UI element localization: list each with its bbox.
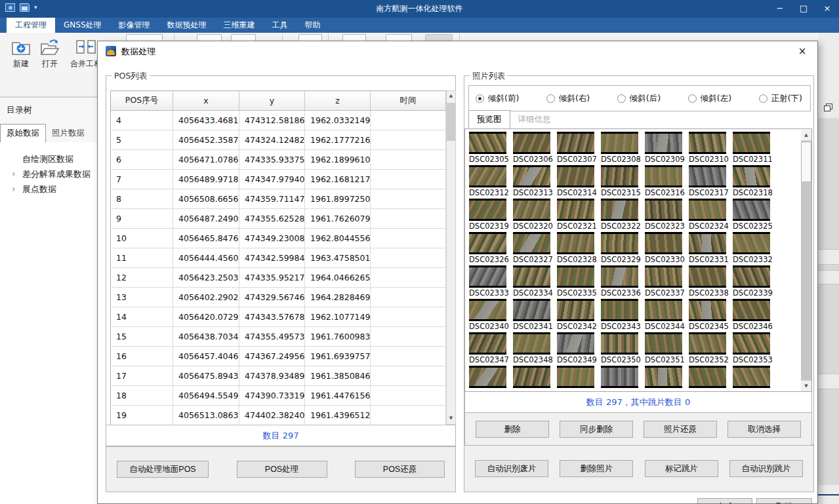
scroll-down-icon[interactable]: ▼	[801, 380, 811, 391]
photo-thumbnail[interactable]	[469, 299, 506, 321]
photo-item[interactable]: DSC02324	[689, 199, 733, 232]
pos-column-header[interactable]: 时间	[371, 91, 446, 111]
photo-thumbnail[interactable]	[557, 366, 594, 388]
photo-item[interactable]: DSC02350	[601, 332, 645, 366]
photo-item[interactable]: DSC02310	[689, 132, 733, 165]
photo-item[interactable]: DSC02325	[733, 199, 777, 232]
photo-thumbnail[interactable]	[601, 366, 638, 388]
photo-item[interactable]: DSC02317	[689, 165, 733, 199]
chevron-right-icon[interactable]: ›	[12, 182, 16, 197]
pos-column-header[interactable]: x	[173, 91, 239, 111]
photo-thumbnail[interactable]	[601, 299, 638, 321]
photo-item[interactable]: DSC02316	[645, 165, 689, 199]
photo-item[interactable]: DSC02319	[469, 199, 513, 232]
photo-thumbnail[interactable]	[645, 265, 682, 288]
photo-item[interactable]: DSC02339	[733, 265, 777, 299]
table-row[interactable]: 174056475.8943...474378.93489...1961.385…	[111, 366, 446, 386]
auto-process-ground-pos-button[interactable]: 自动处理地面POS	[117, 461, 209, 478]
scrollbar-thumb[interactable]	[801, 142, 811, 182]
table-row[interactable]: 44056433.4681...474312.58186...1962.0332…	[111, 111, 446, 130]
finish-button[interactable]: 完成	[697, 498, 752, 504]
photo-item[interactable]: DSC02338	[689, 265, 733, 299]
auto-detect-bad-photos-button[interactable]: 自动识别废片	[475, 460, 548, 477]
photo-item[interactable]: DSC02305	[469, 132, 513, 165]
table-row[interactable]: 164056457.4046...474367.24956...1961.693…	[111, 347, 446, 366]
restore-window-icon[interactable]	[824, 104, 832, 111]
photo-item[interactable]: DSC02314	[557, 165, 601, 199]
photo-item[interactable]	[689, 366, 733, 392]
photo-item[interactable]: DSC02313	[513, 165, 557, 199]
photo-item[interactable]: DSC02307	[557, 132, 601, 165]
mark-skip-photos-button[interactable]: 标记跳片	[645, 460, 718, 477]
photo-thumbnail[interactable]	[469, 332, 506, 355]
photo-item[interactable]: DSC02348	[513, 332, 557, 366]
maximize-button[interactable]: □	[792, 0, 815, 18]
photo-thumbnail[interactable]	[513, 299, 550, 321]
menu-tab-1[interactable]: GNSS处理	[55, 18, 110, 33]
photo-thumbnail[interactable]	[689, 199, 726, 221]
photo-thumbnail[interactable]	[513, 332, 550, 355]
photo-thumbnail[interactable]	[557, 265, 594, 288]
photo-thumbnail[interactable]	[689, 299, 726, 321]
photo-thumbnail[interactable]	[513, 232, 550, 254]
cancel-selection-button[interactable]: 取消选择	[727, 421, 801, 438]
photo-thumbnail[interactable]	[513, 265, 550, 288]
photo-thumbnail[interactable]	[645, 366, 682, 388]
photo-thumbnail[interactable]	[689, 232, 726, 254]
table-row[interactable]: 114056444.4560...474342.59984...1963.475…	[111, 248, 446, 268]
delete-photos-button[interactable]: 删除照片	[560, 460, 633, 477]
photo-thumbnail[interactable]	[557, 165, 594, 187]
photo-item[interactable]: DSC02315	[601, 165, 645, 199]
table-row[interactable]: 134056402.2902...474329.56746...1964.282…	[111, 288, 446, 307]
photo-thumbnail[interactable]	[733, 199, 770, 221]
photo-item[interactable]: DSC02352	[689, 332, 733, 366]
photo-item[interactable]	[469, 366, 513, 392]
photo-item[interactable]: DSC02329	[601, 232, 645, 265]
photo-item[interactable]: DSC02332	[733, 232, 777, 265]
sidebar-tab-0[interactable]: 原始数据	[0, 124, 46, 142]
photo-item[interactable]: DSC02321	[557, 199, 601, 232]
table-row[interactable]: 84056508.6656...474359.71147...1961.8997…	[111, 189, 446, 209]
photo-item[interactable]: DSC02322	[601, 199, 645, 232]
photo-item[interactable]: DSC02306	[513, 132, 557, 165]
pos-process-button[interactable]: POS处理	[237, 461, 327, 478]
orientation-radio-3[interactable]: 倾斜(左)	[688, 93, 731, 104]
photo-item[interactable]: DSC02342	[557, 299, 601, 332]
photo-item[interactable]: DSC02331	[689, 232, 733, 265]
pos-restore-button[interactable]: POS还原	[355, 461, 445, 478]
photo-thumbnail[interactable]	[601, 165, 638, 187]
table-row[interactable]: 74056489.9718...474347.97940...1962.1681…	[111, 170, 446, 189]
photo-item[interactable]: DSC02341	[513, 299, 557, 332]
table-row[interactable]: 154056438.7034...474355.49573...1961.760…	[111, 327, 446, 347]
pos-column-header[interactable]: POS序号	[111, 91, 173, 111]
photo-thumbnail[interactable]	[645, 332, 682, 355]
menu-tab-0[interactable]: 工程管理	[7, 18, 55, 33]
photo-item[interactable]: DSC02340	[469, 299, 513, 332]
table-row[interactable]: 64056471.0786...474335.93375...1962.1899…	[111, 150, 446, 170]
tree-item-2[interactable]: ›展点数据	[0, 182, 97, 197]
pos-table-scrollbar[interactable]: ▲ ▼	[446, 90, 456, 425]
photo-thumbnail[interactable]	[645, 132, 682, 154]
photo-item[interactable]: DSC02308	[601, 132, 645, 165]
photo-thumbnail[interactable]	[513, 366, 550, 388]
photo-thumbnail[interactable]	[689, 366, 726, 388]
chevron-right-icon[interactable]: ›	[12, 166, 16, 182]
photo-thumbnail[interactable]	[513, 165, 550, 187]
photo-item[interactable]: DSC02351	[645, 332, 689, 366]
photo-item[interactable]: DSC02347	[469, 332, 513, 366]
photo-thumbnail[interactable]	[733, 332, 770, 355]
close-button[interactable]: ×	[815, 0, 839, 18]
photo-thumbnail[interactable]	[469, 199, 506, 221]
table-row[interactable]: 54056452.3587...474324.12482...1962.1777…	[111, 130, 446, 150]
pos-column-header[interactable]: z	[305, 91, 371, 111]
photo-restore-button[interactable]: 照片还原	[644, 421, 717, 438]
ribbon-item-1[interactable]: 打开	[35, 38, 64, 69]
photo-item[interactable]: DSC02343	[601, 299, 645, 332]
photo-item[interactable]: DSC02309	[645, 132, 689, 165]
photo-thumbnail[interactable]	[601, 265, 638, 288]
photo-item[interactable]: DSC02327	[513, 232, 557, 265]
orientation-radio-4[interactable]: 正射(下)	[759, 93, 802, 104]
dialog-header[interactable]: 数据处理 ×	[98, 41, 817, 61]
photo-thumbnail[interactable]	[557, 332, 594, 355]
photo-item[interactable]: DSC02344	[645, 299, 689, 332]
